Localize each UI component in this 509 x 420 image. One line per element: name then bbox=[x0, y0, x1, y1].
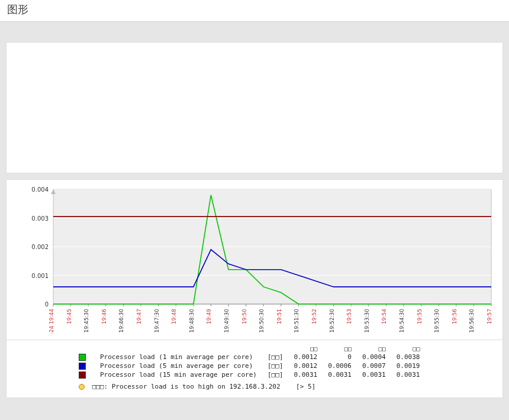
svg-text:19:55: 19:55 bbox=[417, 309, 423, 324]
legend-panel: □□□□□□□□Processor load (1 min average pe… bbox=[6, 340, 503, 398]
chart-panel: 00.0010.0020.0030.00410-24 19:4419:4519:… bbox=[6, 179, 503, 340]
legend-row: Processor load (15 min average per core)… bbox=[79, 370, 430, 379]
svg-text:19:57: 19:57 bbox=[487, 309, 492, 324]
svg-text:19:55:30: 19:55:30 bbox=[434, 309, 440, 333]
svg-text:0.001: 0.001 bbox=[31, 273, 49, 279]
legend-label: Processor load (15 min average per core) bbox=[100, 370, 268, 379]
legend-label: Processor load (1 min average per core) bbox=[100, 353, 268, 361]
svg-text:19:49:30: 19:49:30 bbox=[224, 309, 230, 333]
legend-table: □□□□□□□□Processor load (1 min average pe… bbox=[79, 345, 430, 379]
svg-text:19:45:30: 19:45:30 bbox=[83, 309, 89, 333]
svg-text:19:53:30: 19:53:30 bbox=[364, 309, 370, 333]
svg-text:19:49: 19:49 bbox=[206, 309, 212, 324]
svg-text:19:56:30: 19:56:30 bbox=[469, 309, 475, 333]
svg-text:19:52: 19:52 bbox=[311, 309, 317, 324]
svg-text:19:54:30: 19:54:30 bbox=[399, 309, 405, 333]
svg-text:10-24 19:44: 10-24 19:44 bbox=[49, 309, 54, 334]
spacer bbox=[0, 22, 509, 42]
top-panel bbox=[6, 42, 503, 173]
svg-text:0.002: 0.002 bbox=[31, 244, 49, 250]
chart-svg: 00.0010.0020.0030.00410-24 19:4419:4519:… bbox=[12, 186, 497, 334]
trigger-threshold: [> 5] bbox=[296, 383, 315, 390]
svg-text:19:54: 19:54 bbox=[381, 309, 387, 324]
legend-row: Processor load (1 min average per core)[… bbox=[79, 353, 430, 361]
svg-text:19:52:30: 19:52:30 bbox=[329, 309, 335, 333]
svg-text:19:47: 19:47 bbox=[136, 309, 142, 324]
svg-text:0.003: 0.003 bbox=[31, 215, 49, 222]
svg-text:19:50: 19:50 bbox=[241, 309, 247, 324]
legend-row: Processor load (5 min average per core)[… bbox=[79, 361, 430, 370]
svg-text:19:45: 19:45 bbox=[66, 309, 72, 324]
svg-text:19:53: 19:53 bbox=[346, 309, 352, 324]
svg-text:19:48: 19:48 bbox=[171, 309, 177, 324]
chart-canvas: 00.0010.0020.0030.00410-24 19:4419:4519:… bbox=[12, 186, 497, 334]
svg-text:19:51:30: 19:51:30 bbox=[294, 309, 299, 333]
svg-text:0: 0 bbox=[45, 301, 49, 308]
svg-text:19:51: 19:51 bbox=[276, 309, 282, 324]
page-title-text: 图形 bbox=[7, 3, 28, 15]
svg-text:19:56: 19:56 bbox=[452, 309, 458, 324]
trigger-row: □□□: Processor load is too high on 192.1… bbox=[79, 383, 495, 390]
warning-icon bbox=[79, 384, 85, 390]
svg-text:0.004: 0.004 bbox=[31, 186, 49, 193]
svg-text:19:48:30: 19:48:30 bbox=[189, 309, 195, 333]
trigger-label: □□□: Processor load is too high on 192.1… bbox=[92, 383, 281, 390]
legend-label: Processor load (5 min average per core) bbox=[100, 361, 268, 370]
svg-text:19:46:30: 19:46:30 bbox=[118, 309, 124, 333]
svg-text:19:47:30: 19:47:30 bbox=[154, 309, 160, 333]
page-title: 图形 bbox=[0, 0, 509, 22]
svg-text:19:46: 19:46 bbox=[101, 309, 107, 324]
svg-text:19:50:30: 19:50:30 bbox=[259, 309, 265, 333]
